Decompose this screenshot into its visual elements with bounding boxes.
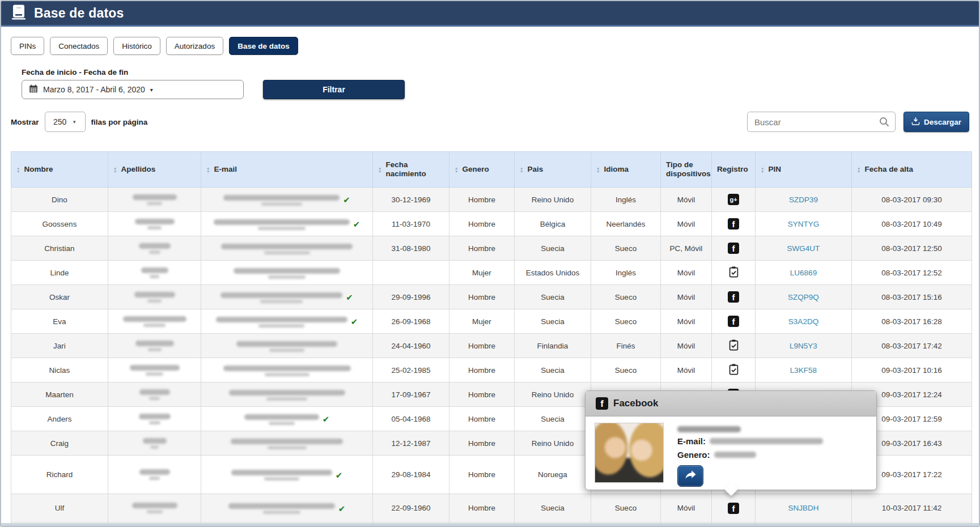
column-header-pais[interactable]: ▲▼Pais [515, 152, 591, 188]
rows-per-page-select[interactable]: 250 ▼ [45, 112, 86, 132]
redacted-apellidos [135, 219, 175, 230]
share-button[interactable] [677, 465, 703, 487]
tab-histórico[interactable]: Histórico [113, 37, 160, 55]
facebook-registration-icon[interactable]: f [728, 316, 739, 327]
column-header-idioma[interactable]: ▲▼Idioma [591, 152, 661, 188]
pin-link[interactable]: LU6869 [790, 269, 817, 277]
cell-genero: Hombre [449, 358, 515, 382]
cell-genero: Hombre [449, 212, 515, 236]
pin-link[interactable]: SYNTYG [788, 220, 820, 228]
cell-idioma: Sueco [591, 358, 661, 382]
pin-link[interactable]: SWG4UT [787, 244, 820, 253]
cell-fecha-alta: 08-03-2017 17:42 [852, 334, 972, 358]
cell-pin: SWG4UT [756, 236, 852, 261]
titlebar: Base de datos [1, 1, 979, 25]
facebook-registration-icon[interactable]: f [728, 503, 739, 514]
cell-pais: Reino Unido [515, 382, 591, 407]
download-button-label: Descargar [924, 118, 961, 126]
column-header-genero[interactable]: ▲▼Genero [449, 152, 515, 188]
form-registration-icon[interactable] [729, 364, 739, 375]
cell-pin: SNJBDH [756, 494, 852, 522]
chevron-down-icon: ▾ [150, 87, 153, 93]
column-label: Genero [462, 165, 489, 174]
cell-email: ✔ [201, 212, 373, 236]
cell-genero: Hombre [449, 236, 515, 261]
cell-nombre: Jari [11, 334, 108, 358]
cell-apellidos [108, 407, 201, 431]
cell-genero: Hombre [449, 431, 515, 456]
cell-genero: Hombre [449, 456, 515, 494]
popup-email-label: E-mail: [677, 436, 706, 446]
cell-registro: f [712, 212, 756, 236]
form-registration-icon[interactable] [729, 266, 739, 278]
pin-link[interactable]: SZDP39 [789, 196, 818, 204]
column-label: Apellidos [121, 165, 155, 174]
date-range-input[interactable]: Marzo 8, 2017 - Abril 6, 2020 ▾ [22, 80, 244, 99]
tab-autorizados[interactable]: Autorizados [166, 37, 223, 55]
cell-pin: LU6869 [756, 261, 852, 285]
form-registration-icon[interactable] [729, 339, 739, 351]
cell-fecha-nacimiento: 30-12-1969 [373, 188, 449, 212]
cell-apellidos [108, 309, 201, 334]
tab-pins[interactable]: PINs [11, 37, 44, 55]
tab-base-de-datos[interactable]: Base de datos [229, 37, 298, 55]
cell-idioma: Inglés [591, 188, 661, 212]
facebook-registration-icon[interactable]: f [728, 243, 739, 254]
cell-pais: Bélgica [515, 212, 591, 236]
redacted-apellidos [139, 389, 170, 400]
cell-idioma: Sueco [591, 494, 661, 522]
titlebar-underline [1, 25, 979, 27]
redacted-email [229, 390, 345, 401]
facebook-registration-icon[interactable]: f [728, 218, 739, 230]
column-header-e-mail[interactable]: ▲▼E-mail [201, 152, 373, 188]
table-row: Jari24-04-1960HombreFinlandiaFinésMóvilL… [11, 334, 972, 358]
redacted-apellidos [134, 292, 175, 303]
cell-idioma: Finés [591, 334, 661, 358]
cell-apellidos [108, 382, 201, 407]
filter-button[interactable]: Filtrar [263, 80, 405, 99]
search-input[interactable] [747, 112, 896, 132]
column-header-pin[interactable]: ▲▼PIN [756, 152, 852, 188]
column-header-registro: Registro [712, 152, 756, 188]
pin-link[interactable]: SNJBDH [788, 504, 818, 512]
pin-link[interactable]: S3A2DQ [788, 317, 818, 326]
column-label: Nombre [24, 165, 53, 174]
cell-genero: Hombre [449, 188, 515, 212]
sort-icon: ▲▼ [761, 167, 764, 173]
redacted-profile-email [710, 438, 823, 444]
cell-email [201, 334, 373, 358]
sort-icon: ▲▼ [455, 167, 458, 173]
cell-pin: L3KF58 [756, 358, 852, 382]
search-icon [879, 116, 890, 130]
cell-genero: Hombre [449, 494, 515, 522]
redacted-apellidos [123, 316, 186, 327]
redacted-email [244, 414, 319, 425]
cell-apellidos [108, 188, 201, 212]
column-header-fecha-de-alta[interactable]: ▲▼Fecha de alta [852, 152, 972, 188]
redacted-apellidos [141, 267, 168, 278]
redacted-apellidos [139, 469, 170, 480]
google-plus-registration-icon[interactable]: g+ [728, 194, 739, 205]
tab-conectados[interactable]: Conectados [50, 37, 108, 55]
cell-apellidos [108, 431, 201, 456]
facebook-registration-icon[interactable]: f [728, 291, 739, 303]
pin-link[interactable]: SZQP9Q [788, 293, 819, 301]
cell-genero: Hombre [449, 285, 515, 309]
column-label: E-mail [214, 165, 237, 174]
download-button[interactable]: Descargar [903, 112, 969, 132]
pin-link[interactable]: L3KF58 [790, 366, 817, 375]
redacted-apellidos [130, 365, 180, 376]
column-header-apellidos[interactable]: ▲▼Apellidos [108, 152, 201, 188]
cell-nombre: Niclas [11, 358, 108, 382]
cell-nombre: Craig [11, 431, 108, 456]
column-header-nombre[interactable]: ▲▼Nombre [11, 152, 108, 188]
pin-link[interactable]: L9N5Y3 [790, 342, 817, 350]
cell-apellidos [108, 494, 201, 522]
cell-dispositivos: Móvil [661, 261, 712, 285]
table-row: Christian31-08-1980HombreSueciaSuecoPC, … [11, 236, 972, 261]
cell-idioma: Sueco [591, 309, 661, 334]
column-label: PIN [768, 165, 781, 174]
column-header-fecha-nacimiento[interactable]: ▲▼Fecha nacimiento [373, 152, 449, 188]
date-range-value: Marzo 8, 2017 - Abril 6, 2020 [43, 85, 145, 94]
table-row: Oskar✔29-09-1996HombreSueciaSuecoMóvilfS… [11, 285, 972, 309]
